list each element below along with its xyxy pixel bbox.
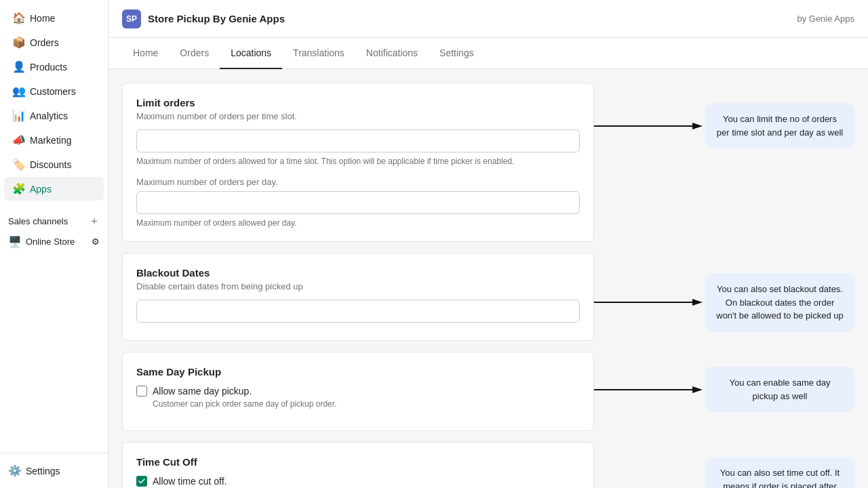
sidebar-item-label: Products: [30, 62, 67, 73]
sidebar-item-home[interactable]: 🏠 Home: [4, 6, 104, 30]
time-cutoff-checkbox-row: Allow time cut off.: [136, 476, 580, 487]
limit-orders-arrow: [594, 119, 703, 133]
same-day-tooltip-area: You can enable same day pickup as well: [594, 367, 854, 412]
sidebar-item-orders[interactable]: 📦 Orders: [4, 30, 104, 54]
timeslot-input[interactable]: [136, 129, 580, 152]
sidebar-item-products[interactable]: 👤 Products: [4, 55, 104, 79]
online-store-icon: 🖥️: [8, 235, 20, 248]
sidebar-nav: 🏠 Home 📦 Orders 👤 Products 👥 Customers 📊…: [0, 0, 108, 453]
sidebar-item-customers[interactable]: 👥 Customers: [4, 79, 104, 103]
tab-locations[interactable]: Locations: [220, 38, 282, 69]
same-day-checkbox-label: Allow same day pickup.: [153, 386, 252, 396]
sales-channels-label: Sales channels: [8, 216, 68, 226]
perday-hint: Maximum number of orders allowed per day…: [136, 218, 580, 228]
time-cutoff-tooltip: You can also set time cut off. It means …: [705, 457, 854, 488]
perday-label: Maximum number of orders per day.: [136, 177, 580, 187]
timeslot-hint: Maximum number of orders allowed for a t…: [136, 157, 580, 166]
time-cutoff-checkbox-area: Allow time cut off. Order will not be al…: [136, 476, 580, 488]
same-day-card: Same Day Pickup Allow same day pickup. C…: [122, 352, 594, 431]
tab-orders[interactable]: Orders: [169, 38, 220, 69]
timeslot-field-group: Maximum number of orders allowed for a t…: [136, 129, 580, 166]
analytics-icon: 📊: [12, 109, 24, 122]
sidebar-item-online-store[interactable]: 🖥️ Online Store ⚙: [0, 231, 108, 252]
sidebar-item-settings[interactable]: ⚙️ Settings: [0, 459, 108, 483]
apps-icon: 🧩: [12, 182, 24, 195]
svg-marker-1: [692, 123, 703, 129]
tab-notifications[interactable]: Notifications: [355, 38, 429, 69]
perday-field-group: Maximum number of orders per day. Maximu…: [136, 177, 580, 228]
limit-orders-title: Limit orders: [136, 97, 580, 108]
app-icon: SP: [122, 9, 141, 28]
content-area: Limit orders Maximum number of orders pe…: [122, 83, 854, 474]
blackout-dates-subtitle: Disable certain dates from being picked …: [136, 281, 580, 291]
page-body: Limit orders Maximum number of orders pe…: [108, 69, 868, 488]
time-cutoff-card: Time Cut Off Allow time cut off. Order w…: [122, 442, 594, 488]
sidebar-item-label: Orders: [30, 37, 59, 48]
add-sales-channel-button[interactable]: ＋: [89, 214, 100, 228]
settings-label: Settings: [26, 466, 60, 476]
limit-orders-subtitle: Maximum number of orders per time slot.: [136, 111, 580, 121]
customers-icon: 👥: [12, 85, 24, 98]
main-content: SP Store Pickup By Genie Apps by Genie A…: [108, 0, 868, 488]
time-cutoff-section: Time Cut Off Allow time cut off. Order w…: [122, 442, 854, 488]
svg-marker-5: [692, 386, 703, 393]
sidebar-item-label: Apps: [30, 184, 52, 195]
sidebar-item-apps[interactable]: 🧩 Apps: [4, 177, 104, 201]
sidebar-item-label: Discounts: [30, 159, 71, 170]
time-cutoff-checkbox-label: Allow time cut off.: [153, 476, 226, 487]
blackout-dates-tooltip: You can also set blackout dates. On blac…: [705, 273, 854, 332]
nav-tabs: Home Orders Locations Translations Notif…: [108, 38, 868, 69]
blackout-dates-title: Blackout Dates: [136, 267, 580, 279]
tab-settings[interactable]: Settings: [429, 38, 485, 69]
sales-channels-section: Sales channels ＋: [0, 211, 108, 231]
blackout-dates-section: Blackout Dates Disable certain dates fro…: [122, 253, 854, 341]
sidebar-item-analytics[interactable]: 📊 Analytics: [4, 104, 104, 127]
blackout-dates-tooltip-area: You can also set blackout dates. On blac…: [594, 273, 854, 332]
sidebar-item-marketing[interactable]: 📣 Marketing: [4, 128, 104, 152]
same-day-tooltip: You can enable same day pickup as well: [705, 367, 854, 412]
blackout-dates-card: Blackout Dates Disable certain dates fro…: [122, 253, 594, 341]
same-day-checkbox-area: Allow same day pickup. Customer can pick…: [136, 386, 580, 409]
limit-orders-tooltip: You can limit the no of orders per time …: [705, 103, 854, 148]
online-store-settings-icon[interactable]: ⚙: [92, 237, 100, 247]
home-icon: 🏠: [12, 12, 24, 24]
same-day-title: Same Day Pickup: [136, 366, 580, 378]
tab-translations[interactable]: Translations: [282, 38, 355, 69]
same-day-checkbox-hint: Customer can pick order same day of pick…: [153, 399, 580, 409]
sidebar-item-discounts[interactable]: 🏷️ Discounts: [4, 152, 104, 176]
same-day-arrow: [594, 383, 703, 396]
sidebar-item-label: Customers: [30, 86, 76, 97]
sidebar-item-label: Marketing: [30, 135, 71, 146]
discounts-icon: 🏷️: [12, 158, 24, 171]
topbar: SP Store Pickup By Genie Apps by Genie A…: [108, 0, 868, 38]
marketing-icon: 📣: [12, 134, 24, 146]
by-label: by Genie Apps: [797, 14, 854, 24]
limit-orders-card: Limit orders Maximum number of orders pe…: [122, 83, 594, 242]
limit-orders-tooltip-area: You can limit the no of orders per time …: [594, 103, 854, 148]
time-cutoff-title: Time Cut Off: [136, 456, 580, 468]
same-day-checkbox[interactable]: [136, 386, 147, 396]
sidebar: 🏠 Home 📦 Orders 👤 Products 👥 Customers 📊…: [0, 0, 108, 488]
orders-icon: 📦: [12, 36, 24, 49]
online-store-label: Online Store: [26, 237, 75, 247]
limit-orders-section: Limit orders Maximum number of orders pe…: [122, 83, 854, 242]
time-cutoff-tooltip-area: You can also set time cut off. It means …: [594, 457, 854, 488]
app-title: Store Pickup By Genie Apps: [148, 13, 285, 24]
app-icon-label: SP: [126, 14, 137, 24]
same-day-section: Same Day Pickup Allow same day pickup. C…: [122, 352, 854, 431]
sidebar-bottom: ⚙️ Settings: [0, 453, 108, 488]
settings-icon: ⚙️: [8, 464, 20, 477]
svg-marker-3: [692, 299, 703, 306]
tab-home[interactable]: Home: [122, 38, 169, 69]
sidebar-item-label: Analytics: [30, 110, 68, 121]
time-cutoff-checkbox[interactable]: [136, 476, 147, 487]
products-icon: 👤: [12, 60, 24, 73]
sidebar-item-label: Home: [30, 13, 55, 24]
blackout-dates-input[interactable]: [136, 300, 580, 323]
perday-input[interactable]: [136, 191, 580, 214]
blackout-dates-arrow: [594, 296, 703, 309]
topbar-left: SP Store Pickup By Genie Apps: [122, 9, 285, 28]
same-day-checkbox-row: Allow same day pickup.: [136, 386, 580, 396]
